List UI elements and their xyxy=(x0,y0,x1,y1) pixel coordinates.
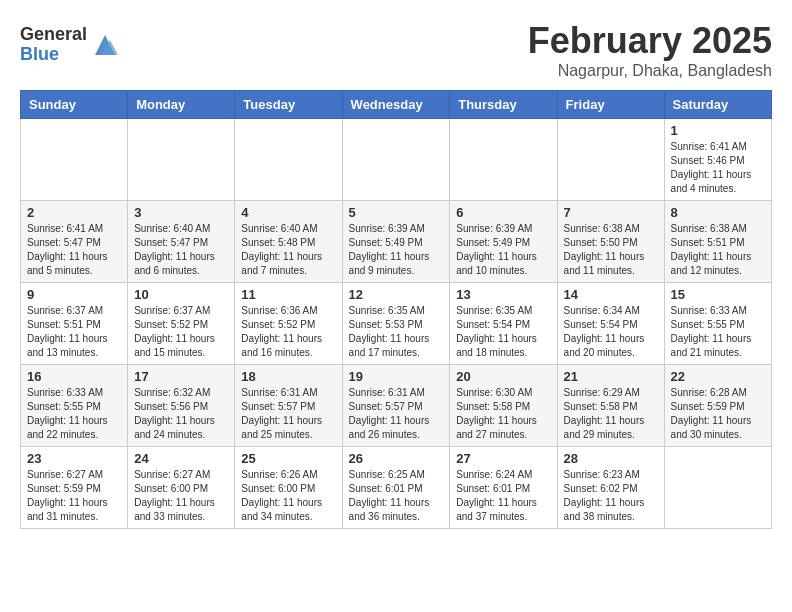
weekday-header: Tuesday xyxy=(235,91,342,119)
weekday-header: Wednesday xyxy=(342,91,450,119)
calendar-cell xyxy=(128,119,235,201)
calendar-cell: 15Sunrise: 6:33 AM Sunset: 5:55 PM Dayli… xyxy=(664,283,771,365)
title-area: February 2025 Nagarpur, Dhaka, Banglades… xyxy=(528,20,772,80)
day-info: Sunrise: 6:40 AM Sunset: 5:47 PM Dayligh… xyxy=(134,222,228,278)
day-number: 17 xyxy=(134,369,228,384)
day-info: Sunrise: 6:27 AM Sunset: 5:59 PM Dayligh… xyxy=(27,468,121,524)
calendar-cell: 8Sunrise: 6:38 AM Sunset: 5:51 PM Daylig… xyxy=(664,201,771,283)
day-number: 16 xyxy=(27,369,121,384)
weekday-header: Sunday xyxy=(21,91,128,119)
day-info: Sunrise: 6:35 AM Sunset: 5:53 PM Dayligh… xyxy=(349,304,444,360)
calendar-week-row: 1Sunrise: 6:41 AM Sunset: 5:46 PM Daylig… xyxy=(21,119,772,201)
calendar-cell: 1Sunrise: 6:41 AM Sunset: 5:46 PM Daylig… xyxy=(664,119,771,201)
day-info: Sunrise: 6:29 AM Sunset: 5:58 PM Dayligh… xyxy=(564,386,658,442)
calendar-cell: 28Sunrise: 6:23 AM Sunset: 6:02 PM Dayli… xyxy=(557,447,664,529)
weekday-header: Thursday xyxy=(450,91,557,119)
calendar-cell xyxy=(664,447,771,529)
day-number: 27 xyxy=(456,451,550,466)
calendar-cell: 25Sunrise: 6:26 AM Sunset: 6:00 PM Dayli… xyxy=(235,447,342,529)
logo-general-text: General xyxy=(20,25,87,45)
calendar-cell: 17Sunrise: 6:32 AM Sunset: 5:56 PM Dayli… xyxy=(128,365,235,447)
day-info: Sunrise: 6:24 AM Sunset: 6:01 PM Dayligh… xyxy=(456,468,550,524)
day-info: Sunrise: 6:33 AM Sunset: 5:55 PM Dayligh… xyxy=(671,304,765,360)
calendar-cell: 19Sunrise: 6:31 AM Sunset: 5:57 PM Dayli… xyxy=(342,365,450,447)
calendar-cell xyxy=(450,119,557,201)
day-number: 28 xyxy=(564,451,658,466)
calendar-cell: 6Sunrise: 6:39 AM Sunset: 5:49 PM Daylig… xyxy=(450,201,557,283)
day-number: 19 xyxy=(349,369,444,384)
calendar-cell xyxy=(235,119,342,201)
calendar-cell: 5Sunrise: 6:39 AM Sunset: 5:49 PM Daylig… xyxy=(342,201,450,283)
day-number: 3 xyxy=(134,205,228,220)
month-title: February 2025 xyxy=(528,20,772,62)
calendar-cell: 10Sunrise: 6:37 AM Sunset: 5:52 PM Dayli… xyxy=(128,283,235,365)
day-number: 26 xyxy=(349,451,444,466)
calendar-cell: 27Sunrise: 6:24 AM Sunset: 6:01 PM Dayli… xyxy=(450,447,557,529)
calendar-cell: 14Sunrise: 6:34 AM Sunset: 5:54 PM Dayli… xyxy=(557,283,664,365)
calendar-cell: 11Sunrise: 6:36 AM Sunset: 5:52 PM Dayli… xyxy=(235,283,342,365)
calendar-cell xyxy=(21,119,128,201)
day-number: 18 xyxy=(241,369,335,384)
day-info: Sunrise: 6:39 AM Sunset: 5:49 PM Dayligh… xyxy=(456,222,550,278)
day-number: 4 xyxy=(241,205,335,220)
calendar-header-row: SundayMondayTuesdayWednesdayThursdayFrid… xyxy=(21,91,772,119)
calendar-cell: 24Sunrise: 6:27 AM Sunset: 6:00 PM Dayli… xyxy=(128,447,235,529)
calendar-cell xyxy=(342,119,450,201)
day-number: 8 xyxy=(671,205,765,220)
day-number: 2 xyxy=(27,205,121,220)
day-number: 6 xyxy=(456,205,550,220)
day-number: 24 xyxy=(134,451,228,466)
day-number: 13 xyxy=(456,287,550,302)
calendar-week-row: 9Sunrise: 6:37 AM Sunset: 5:51 PM Daylig… xyxy=(21,283,772,365)
day-info: Sunrise: 6:39 AM Sunset: 5:49 PM Dayligh… xyxy=(349,222,444,278)
day-number: 23 xyxy=(27,451,121,466)
calendar-cell xyxy=(557,119,664,201)
day-info: Sunrise: 6:23 AM Sunset: 6:02 PM Dayligh… xyxy=(564,468,658,524)
calendar-cell: 2Sunrise: 6:41 AM Sunset: 5:47 PM Daylig… xyxy=(21,201,128,283)
day-info: Sunrise: 6:31 AM Sunset: 5:57 PM Dayligh… xyxy=(241,386,335,442)
calendar-cell: 16Sunrise: 6:33 AM Sunset: 5:55 PM Dayli… xyxy=(21,365,128,447)
day-info: Sunrise: 6:32 AM Sunset: 5:56 PM Dayligh… xyxy=(134,386,228,442)
day-number: 1 xyxy=(671,123,765,138)
day-info: Sunrise: 6:38 AM Sunset: 5:50 PM Dayligh… xyxy=(564,222,658,278)
weekday-header: Saturday xyxy=(664,91,771,119)
day-info: Sunrise: 6:26 AM Sunset: 6:00 PM Dayligh… xyxy=(241,468,335,524)
calendar: SundayMondayTuesdayWednesdayThursdayFrid… xyxy=(20,90,772,529)
day-info: Sunrise: 6:37 AM Sunset: 5:52 PM Dayligh… xyxy=(134,304,228,360)
calendar-cell: 4Sunrise: 6:40 AM Sunset: 5:48 PM Daylig… xyxy=(235,201,342,283)
day-number: 11 xyxy=(241,287,335,302)
day-info: Sunrise: 6:37 AM Sunset: 5:51 PM Dayligh… xyxy=(27,304,121,360)
calendar-cell: 23Sunrise: 6:27 AM Sunset: 5:59 PM Dayli… xyxy=(21,447,128,529)
calendar-cell: 7Sunrise: 6:38 AM Sunset: 5:50 PM Daylig… xyxy=(557,201,664,283)
day-number: 21 xyxy=(564,369,658,384)
calendar-cell: 12Sunrise: 6:35 AM Sunset: 5:53 PM Dayli… xyxy=(342,283,450,365)
day-number: 12 xyxy=(349,287,444,302)
weekday-header: Friday xyxy=(557,91,664,119)
calendar-cell: 13Sunrise: 6:35 AM Sunset: 5:54 PM Dayli… xyxy=(450,283,557,365)
calendar-cell: 20Sunrise: 6:30 AM Sunset: 5:58 PM Dayli… xyxy=(450,365,557,447)
calendar-cell: 9Sunrise: 6:37 AM Sunset: 5:51 PM Daylig… xyxy=(21,283,128,365)
header: General Blue February 2025 Nagarpur, Dha… xyxy=(20,20,772,80)
calendar-cell: 21Sunrise: 6:29 AM Sunset: 5:58 PM Dayli… xyxy=(557,365,664,447)
day-number: 5 xyxy=(349,205,444,220)
day-number: 9 xyxy=(27,287,121,302)
day-info: Sunrise: 6:33 AM Sunset: 5:55 PM Dayligh… xyxy=(27,386,121,442)
calendar-week-row: 2Sunrise: 6:41 AM Sunset: 5:47 PM Daylig… xyxy=(21,201,772,283)
calendar-week-row: 16Sunrise: 6:33 AM Sunset: 5:55 PM Dayli… xyxy=(21,365,772,447)
logo-blue-text: Blue xyxy=(20,45,87,65)
logo: General Blue xyxy=(20,25,120,65)
calendar-cell: 3Sunrise: 6:40 AM Sunset: 5:47 PM Daylig… xyxy=(128,201,235,283)
day-number: 7 xyxy=(564,205,658,220)
day-number: 14 xyxy=(564,287,658,302)
day-number: 10 xyxy=(134,287,228,302)
day-info: Sunrise: 6:38 AM Sunset: 5:51 PM Dayligh… xyxy=(671,222,765,278)
location-title: Nagarpur, Dhaka, Bangladesh xyxy=(528,62,772,80)
calendar-week-row: 23Sunrise: 6:27 AM Sunset: 5:59 PM Dayli… xyxy=(21,447,772,529)
day-info: Sunrise: 6:35 AM Sunset: 5:54 PM Dayligh… xyxy=(456,304,550,360)
logo-icon xyxy=(90,30,120,60)
day-info: Sunrise: 6:31 AM Sunset: 5:57 PM Dayligh… xyxy=(349,386,444,442)
day-number: 20 xyxy=(456,369,550,384)
day-info: Sunrise: 6:41 AM Sunset: 5:46 PM Dayligh… xyxy=(671,140,765,196)
calendar-cell: 22Sunrise: 6:28 AM Sunset: 5:59 PM Dayli… xyxy=(664,365,771,447)
day-info: Sunrise: 6:30 AM Sunset: 5:58 PM Dayligh… xyxy=(456,386,550,442)
